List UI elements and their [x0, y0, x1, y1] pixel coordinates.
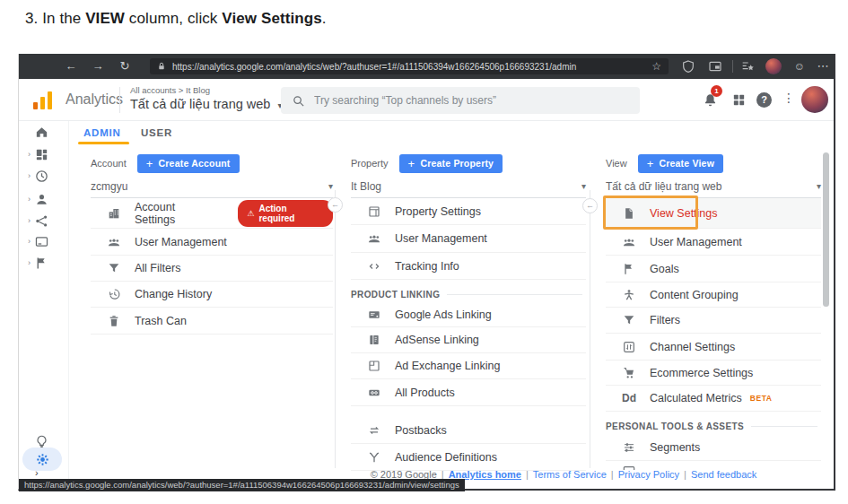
menu-item-account-settings[interactable]: Account Settings Action required: [91, 198, 333, 229]
menu-item-content-grouping[interactable]: Content Grouping: [606, 282, 821, 308]
menu-item-audience-definitions[interactable]: Audience Definitions: [351, 444, 586, 471]
ads-card-icon: [367, 308, 381, 322]
view-column-label: View: [606, 158, 627, 169]
picture-in-picture-icon[interactable]: [708, 59, 722, 74]
overflow-menu-icon[interactable]: [782, 91, 795, 105]
search-input[interactable]: [314, 94, 629, 107]
lock-icon: [157, 61, 166, 72]
menu-item-postbacks[interactable]: Postbacks: [351, 417, 586, 444]
sidebar-item-customization[interactable]: [19, 144, 69, 164]
flag-icon: [34, 256, 49, 271]
people-icon: [622, 235, 636, 249]
expand-chevron-icon: [19, 195, 31, 204]
action-required-badge: Action required: [238, 200, 333, 227]
sidebar-collapse-icon[interactable]: [35, 467, 39, 478]
menu-item-all-products[interactable]: All Products: [351, 379, 586, 406]
refresh-icon[interactable]: [116, 54, 134, 79]
apps-grid-icon[interactable]: [731, 92, 747, 109]
chevron-down-icon: [817, 181, 821, 191]
menu-item-filters[interactable]: Filters: [606, 308, 821, 334]
view-dropdown[interactable]: Tất cả dữ liệu trang web: [606, 177, 821, 198]
account-dropdown[interactable]: zcmgyu: [91, 177, 333, 198]
menu-item-account-user-management[interactable]: User Management: [91, 229, 333, 256]
menu-item-google-ads-linking[interactable]: Google Ads Linking: [351, 303, 586, 327]
sidebar-item-acquisition[interactable]: [19, 211, 69, 230]
menu-item-goals[interactable]: Goals: [606, 256, 821, 282]
menu-item-view-user-management[interactable]: User Management: [606, 229, 821, 256]
forward-icon[interactable]: [89, 54, 107, 79]
history-clock-icon: [107, 287, 121, 301]
menu-item-property-user-management[interactable]: User Management: [351, 225, 586, 253]
active-tab-underline: [78, 142, 129, 144]
audience-y-icon: [367, 450, 381, 465]
column-divider: [335, 190, 336, 468]
ad-exchange-icon: [367, 359, 381, 373]
sidebar-item-admin[interactable]: [22, 448, 62, 471]
clock-icon: [34, 169, 49, 184]
menu-item-trash-can[interactable]: Trash Can: [91, 308, 333, 335]
back-icon[interactable]: [62, 54, 80, 79]
product-name: Analytics: [66, 91, 123, 108]
footer-link-terms-of-service[interactable]: Terms of Service: [533, 469, 607, 480]
analytics-logo-icon[interactable]: [33, 91, 55, 109]
footer-link-send-feedback[interactable]: Send feedback: [691, 469, 756, 480]
create-account-button[interactable]: Create Account: [137, 154, 240, 173]
favorites-bar-icon[interactable]: [740, 59, 755, 74]
footer-link-privacy-policy[interactable]: Privacy Policy: [618, 469, 679, 480]
sidebar-item-home[interactable]: [19, 122, 69, 142]
account-selector[interactable]: Tất cả dữ liệu trang web: [130, 97, 282, 111]
scrollbar-thumb[interactable]: [823, 152, 829, 307]
property-dropdown[interactable]: It Blog: [351, 177, 586, 198]
people-icon: [107, 235, 121, 249]
menu-item-segments[interactable]: Segments: [606, 435, 821, 461]
menu-item-calculated-metrics[interactable]: Dd Calculated Metrics BETA: [606, 386, 821, 412]
menu-item-all-filters[interactable]: All Filters: [91, 256, 333, 282]
tab-admin[interactable]: ADMIN: [83, 127, 121, 138]
tracking-shield-icon[interactable]: [681, 59, 695, 74]
menu-item-channel-settings[interactable]: Channel Settings: [606, 334, 821, 361]
menu-item-adsense-linking[interactable]: AdSense Linking: [351, 327, 586, 353]
header-divider: [119, 87, 120, 113]
menu-item-tracking-info[interactable]: Tracking Info: [351, 253, 586, 280]
instruction-prefix: 3. In the: [25, 10, 85, 27]
menu-item-change-history[interactable]: Change History: [91, 282, 333, 308]
url-text: https://analytics.google.com/analytics/w…: [172, 62, 645, 72]
collapse-column-button[interactable]: [582, 198, 598, 213]
gear-icon: [35, 452, 50, 467]
sidebar-item-realtime[interactable]: [19, 166, 69, 186]
stick-person-icon: [622, 288, 636, 302]
search-bar[interactable]: [281, 87, 640, 114]
account-selector-label: Tất cả dữ liệu trang web: [130, 97, 270, 111]
flow-graph-icon: [34, 213, 49, 229]
address-bar[interactable]: https://analytics.google.com/analytics/w…: [150, 58, 669, 74]
left-sidebar: [19, 121, 69, 489]
browser-menu-icon[interactable]: [814, 54, 832, 79]
browser-profile-avatar[interactable]: [765, 58, 782, 74]
sidebar-item-audience[interactable]: [19, 189, 69, 209]
lightbulb-icon: [34, 434, 49, 449]
create-view-button[interactable]: Create View: [638, 154, 723, 173]
admin-main: ADMIN USER Account Create Account zcmgyu…: [69, 121, 834, 489]
menu-item-view-settings[interactable]: View Settings: [606, 198, 821, 229]
feedback-smiley-icon[interactable]: [791, 54, 809, 79]
chevron-down-icon: [581, 181, 586, 191]
collapse-column-button[interactable]: [328, 197, 343, 213]
instruction-middle: column, click: [125, 10, 222, 27]
toolbar-divider: [732, 60, 733, 73]
create-property-button[interactable]: Create Property: [399, 154, 503, 173]
tab-user[interactable]: USER: [141, 127, 172, 138]
beta-badge: BETA: [750, 394, 773, 403]
favorite-star-icon[interactable]: [651, 58, 661, 74]
help-icon[interactable]: [756, 92, 772, 108]
chevron-down-icon: [328, 181, 333, 191]
menu-item-ecommerce-settings[interactable]: Ecommerce Settings: [606, 361, 821, 386]
menu-item-ad-exchange-linking[interactable]: Ad Exchange Linking: [351, 353, 586, 379]
person-icon: [34, 192, 49, 207]
breadcrumb: All accounts > It Blog: [130, 85, 210, 95]
sidebar-item-behavior[interactable]: [19, 231, 69, 251]
menu-item-property-settings[interactable]: Property Settings: [351, 198, 586, 225]
sidebar-item-conversions[interactable]: [19, 253, 69, 273]
account-dropdown-value: zcmgyu: [91, 180, 127, 193]
property-column: Property Create Property It Blog Propert…: [351, 153, 586, 471]
user-avatar[interactable]: [801, 86, 828, 113]
